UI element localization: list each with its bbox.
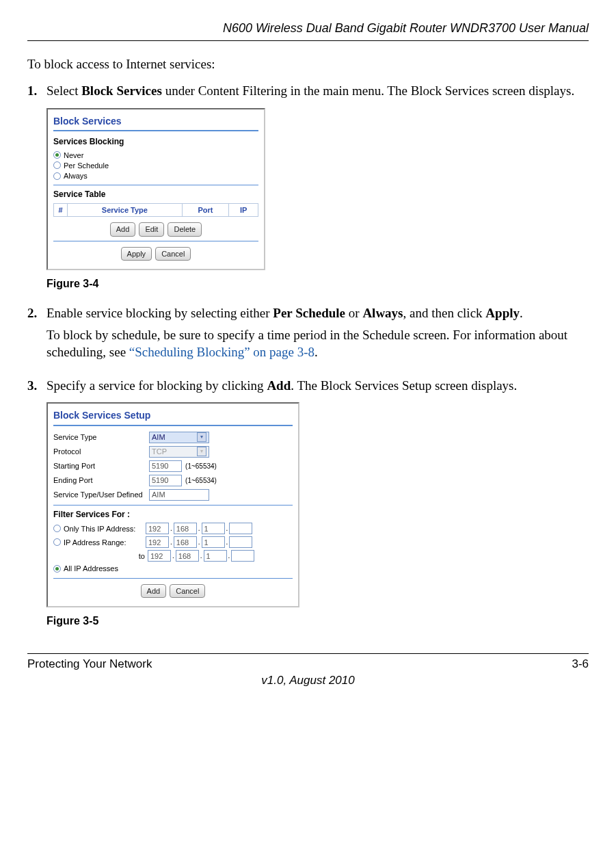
block-services-setup-screenshot: Block Services Setup Service Type AIM ▾ … xyxy=(46,402,299,607)
label-service-type: Service Type xyxy=(53,432,149,442)
user-defined-input[interactable]: AIM xyxy=(149,489,209,501)
filter-services-label: Filter Services For : xyxy=(53,510,293,521)
range-from-inputs: 192. 168. 1. xyxy=(146,536,252,548)
ip-octet-4[interactable] xyxy=(229,536,252,548)
table-button-row: Add Edit Delete xyxy=(53,222,258,236)
service-type-select[interactable]: AIM ▾ xyxy=(149,432,209,443)
form-button-row: Apply Cancel xyxy=(53,247,258,261)
intro-text: To block access to Internet services: xyxy=(27,56,589,73)
chevron-down-icon: ▾ xyxy=(197,432,206,442)
ip-octet-3[interactable]: 1 xyxy=(202,523,225,534)
divider xyxy=(53,130,258,131)
divider xyxy=(53,241,258,241)
step-2-number: 2. xyxy=(27,305,46,369)
radio-icon xyxy=(53,525,61,532)
ip-octet-2[interactable]: 168 xyxy=(174,523,197,534)
protocol-select[interactable]: TCP ▾ xyxy=(149,446,209,458)
label-ending-port: Ending Port xyxy=(53,475,149,485)
ip-octet-1[interactable]: 192 xyxy=(148,550,171,562)
step-3-body: Specify a service for blocking by clicki… xyxy=(46,378,589,395)
figure-3-4: Block Services Services Blocking Never P… xyxy=(46,108,589,270)
delete-button[interactable]: Delete xyxy=(168,222,202,236)
ip-octet-3[interactable]: 1 xyxy=(204,550,227,562)
service-table: # Service Type Port IP xyxy=(53,203,258,217)
add-button[interactable]: Add xyxy=(110,222,136,236)
ip-range-to-row: to 192. 168. 1. xyxy=(53,550,293,562)
step-2: 2. Enable service blocking by selecting … xyxy=(27,305,589,369)
starting-port-input[interactable]: 5190 xyxy=(149,460,182,472)
ip-octet-1[interactable]: 192 xyxy=(146,523,169,534)
page-footer: Protecting Your Network 3-6 v1.0, August… xyxy=(27,653,589,688)
radio-per-schedule[interactable]: Per Schedule xyxy=(53,161,258,170)
label-protocol: Protocol xyxy=(53,447,149,456)
ip-octet-2[interactable]: 168 xyxy=(176,550,199,562)
step-1-number: 1. xyxy=(27,83,46,100)
scheduling-link[interactable]: “Scheduling Blocking” on page 3-8 xyxy=(129,345,314,359)
ending-port-input[interactable]: 5190 xyxy=(149,475,182,486)
add-button[interactable]: Add xyxy=(141,584,167,598)
divider xyxy=(53,505,293,506)
block-services-screenshot: Block Services Services Blocking Never P… xyxy=(46,108,265,270)
radio-never[interactable]: Never xyxy=(53,150,258,160)
cancel-button[interactable]: Cancel xyxy=(170,584,205,598)
service-table-label: Service Table xyxy=(53,189,258,200)
radio-only-this-ip[interactable]: Only This IP Address: 192. 168. 1. xyxy=(53,523,293,534)
services-blocking-label: Services Blocking xyxy=(53,137,258,148)
ip-octet-4[interactable] xyxy=(229,523,252,534)
radio-icon xyxy=(53,172,61,180)
step-3: 3. Specify a service for blocking by cli… xyxy=(27,378,589,395)
starting-port-hint: (1~65534) xyxy=(185,462,217,470)
cancel-button[interactable]: Cancel xyxy=(155,247,191,261)
col-num: # xyxy=(54,204,68,217)
radio-icon xyxy=(53,538,61,546)
divider xyxy=(53,425,293,426)
step-3-number: 3. xyxy=(27,378,46,395)
col-port: Port xyxy=(182,204,228,217)
step-2-note: To block by schedule, be sure to specify… xyxy=(46,327,589,360)
running-header: N600 Wireless Dual Band Gigabit Router W… xyxy=(27,21,589,41)
col-service-type: Service Type xyxy=(68,204,183,217)
divider xyxy=(53,578,293,579)
figure-3-4-caption: Figure 3-4 xyxy=(46,277,589,291)
col-ip: IP xyxy=(229,204,258,217)
panel-title: Block Services Setup xyxy=(53,406,293,423)
radio-ip-range[interactable]: IP Address Range: 192. 168. 1. xyxy=(53,536,293,548)
radio-always[interactable]: Always xyxy=(53,171,258,181)
footer-section: Protecting Your Network xyxy=(27,657,152,672)
edit-button[interactable]: Edit xyxy=(139,222,164,236)
panel-title: Block Services xyxy=(53,112,258,129)
radio-all-ip[interactable]: All IP Addresses xyxy=(53,564,293,573)
label-user-defined: Service Type/User Defined xyxy=(53,490,149,499)
only-ip-inputs: 192. 168. 1. xyxy=(146,523,252,534)
radio-icon xyxy=(53,565,61,573)
figure-3-5-caption: Figure 3-5 xyxy=(46,614,589,629)
radio-icon xyxy=(53,161,61,169)
ending-port-hint: (1~65534) xyxy=(185,477,217,484)
footer-page: 3-6 xyxy=(572,657,589,672)
label-starting-port: Starting Port xyxy=(53,461,149,471)
ip-octet-3[interactable]: 1 xyxy=(202,536,225,548)
range-to-inputs: 192. 168. 1. xyxy=(148,550,254,562)
apply-button[interactable]: Apply xyxy=(121,247,152,261)
chevron-down-icon: ▾ xyxy=(197,447,206,456)
step-1: 1. Select Block Services under Content F… xyxy=(27,83,589,100)
step-1-body: Select Block Services under Content Filt… xyxy=(46,83,589,100)
ip-octet-1[interactable]: 192 xyxy=(146,536,169,548)
ip-octet-4[interactable] xyxy=(231,550,254,562)
divider xyxy=(53,185,258,185)
radio-icon xyxy=(53,151,61,159)
ip-octet-2[interactable]: 168 xyxy=(174,536,197,548)
setup-button-row: Add Cancel xyxy=(53,584,293,598)
step-2-body: Enable service blocking by selecting eit… xyxy=(46,305,589,369)
setup-form: Service Type AIM ▾ Protocol TCP ▾ Starti… xyxy=(53,432,293,501)
footer-version: v1.0, August 2010 xyxy=(27,673,589,688)
figure-3-5: Block Services Setup Service Type AIM ▾ … xyxy=(46,402,589,607)
